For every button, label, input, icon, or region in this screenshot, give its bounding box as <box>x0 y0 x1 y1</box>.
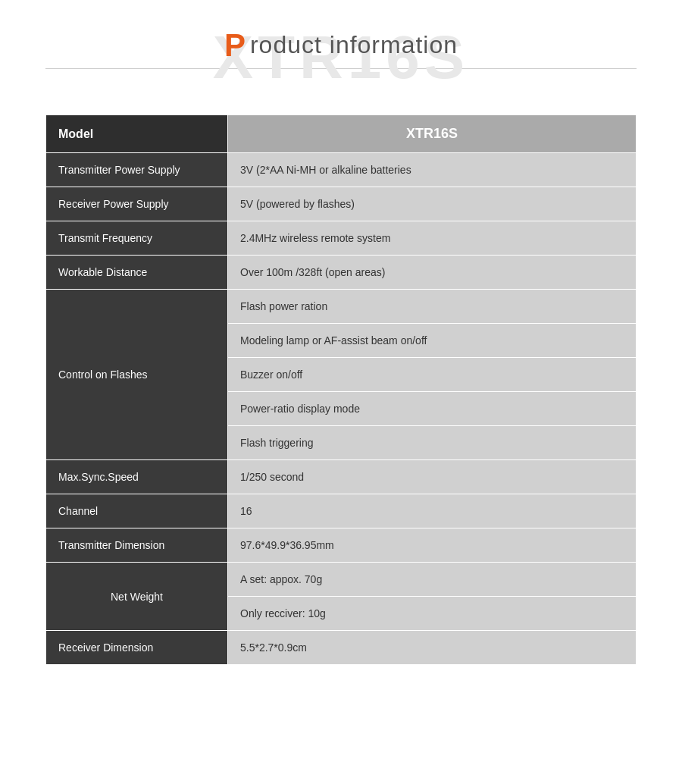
control-value-5: Flash triggering <box>228 426 637 460</box>
table-row: Workable Distance Over 100m /328ft (open… <box>46 256 637 290</box>
p-logo-icon: P <box>224 30 249 59</box>
model-value: XTR16S <box>228 115 637 153</box>
table-row: Receiver Power Supply 5V (powered by fla… <box>46 187 637 221</box>
svg-text:P: P <box>224 30 246 59</box>
row-label: Channel <box>46 494 228 528</box>
row-label: Transmitter Dimension <box>46 528 228 563</box>
table-row: Max.Sync.Speed 1/250 second <box>46 460 637 494</box>
control-value-2: Modeling lamp or AF-assist beam on/off <box>228 324 637 358</box>
control-value-3: Buzzer on/off <box>228 358 637 392</box>
row-label: Receiver Power Supply <box>46 187 228 221</box>
table-row: Receiver Dimension 5.5*2.7*0.9cm <box>46 631 637 665</box>
header-section: XTR16S P roduct information <box>45 30 637 69</box>
row-label: Receiver Dimension <box>46 631 228 665</box>
control-value-4: Power-ratio display mode <box>228 392 637 426</box>
net-weight-row-1: Net Weight A set: appox. 70g <box>46 563 637 597</box>
net-weight-value-2: Only recciver: 10g <box>228 597 637 631</box>
row-value: 97.6*49.9*36.95mm <box>228 528 637 563</box>
product-info-table: Model XTR16S Transmitter Power Supply 3V… <box>45 114 637 665</box>
row-value: 5.5*2.7*0.9cm <box>228 631 637 665</box>
model-label: Model <box>46 115 228 153</box>
row-value: 5V (powered by flashes) <box>228 187 637 221</box>
table-row: Transmitter Power Supply 3V (2*AA Ni-MH … <box>46 153 637 187</box>
row-label: Max.Sync.Speed <box>46 460 228 494</box>
control-row-1: Control on Flashes Flash power ration <box>46 290 637 324</box>
row-value: 3V (2*AA Ni-MH or alkaline batteries <box>228 153 637 187</box>
row-label: Workable Distance <box>46 256 228 290</box>
row-value: Over 100m /328ft (open areas) <box>228 256 637 290</box>
control-value-1: Flash power ration <box>228 290 637 324</box>
row-label: Transmitter Power Supply <box>46 153 228 187</box>
net-weight-label: Net Weight <box>46 563 228 631</box>
header-title-text: roduct information <box>250 31 458 59</box>
control-label: Control on Flashes <box>46 290 228 460</box>
row-value: 1/250 second <box>228 460 637 494</box>
header-title: P roduct information <box>45 30 637 59</box>
table-row: Transmit Frequency 2.4MHz wireless remot… <box>46 221 637 256</box>
row-label: Transmit Frequency <box>46 221 228 256</box>
table-row: Transmitter Dimension 97.6*49.9*36.95mm <box>46 528 637 563</box>
row-value: 2.4MHz wireless remote system <box>228 221 637 256</box>
table-header-row: Model XTR16S <box>46 115 637 153</box>
row-value: 16 <box>228 494 637 528</box>
table-row: Channel 16 <box>46 494 637 528</box>
net-weight-value-1: A set: appox. 70g <box>228 563 637 597</box>
